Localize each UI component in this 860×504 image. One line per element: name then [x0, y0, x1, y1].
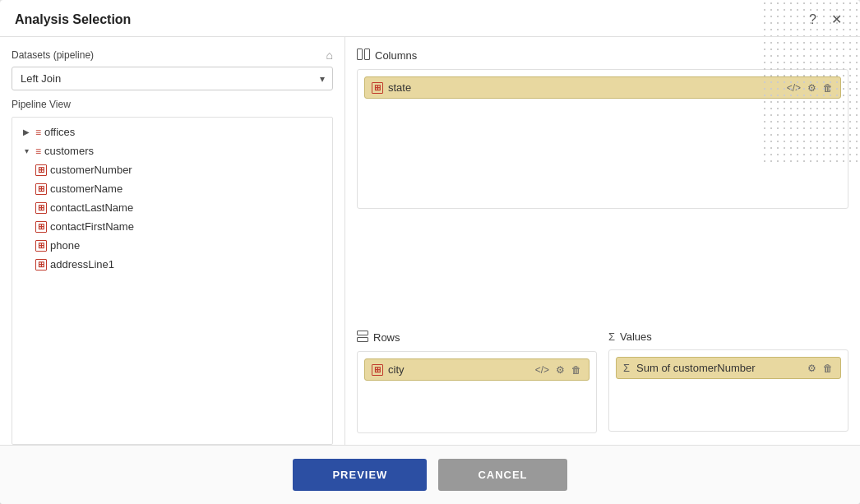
chevron-right-icon: ▶: [21, 127, 32, 136]
dropdown-wrapper: Left Join Inner Join Right Join Full Joi…: [12, 67, 333, 90]
columns-icon: [357, 49, 370, 62]
close-button[interactable]: ✕: [828, 12, 845, 28]
gear-button[interactable]: ⚙: [807, 363, 817, 374]
column-field-state: ⊞ state </> ⚙ 🗑: [364, 76, 841, 99]
analysis-selection-dialog: Analysis Selection ? ✕ Datasets (pipelin…: [0, 0, 860, 504]
values-title: Σ Values: [608, 331, 848, 343]
rows-box: ⊞ city </> ⚙ 🗑: [357, 351, 597, 433]
tree-field-contactLastName[interactable]: ⊞ contactLastName: [30, 198, 329, 217]
tree-item-name: offices: [44, 126, 75, 138]
tree-item-name: customers: [44, 145, 94, 157]
cancel-button[interactable]: CANCEL: [438, 459, 566, 491]
tree-field-phone[interactable]: ⊞ phone: [30, 236, 329, 255]
field-name: phone: [50, 239, 80, 252]
code-button[interactable]: </>: [534, 364, 550, 376]
svg-rect-1: [365, 49, 370, 60]
field-name: customerNumber: [50, 164, 132, 176]
field-icon: ⊞: [35, 259, 47, 270]
field-icon: ⊞: [35, 164, 47, 176]
rows-icon: [357, 331, 368, 344]
pipeline-label: Pipeline View: [12, 99, 333, 110]
field-icon: ⊞: [35, 240, 47, 252]
dialog-header: Analysis Selection ? ✕: [0, 0, 860, 37]
header-icons: ? ✕: [806, 12, 845, 28]
field-name: customerName: [50, 183, 123, 195]
value-field-sum-customerNumber: Σ Sum of customerNumber ⚙ 🗑: [616, 357, 841, 379]
row-field-city: ⊞ city </> ⚙ 🗑: [364, 358, 590, 381]
field-icon: ⊞: [35, 183, 47, 195]
tree-item-offices[interactable]: ▶ ≡ offices: [16, 123, 329, 141]
tree-item-customers[interactable]: ▾ ≡ customers: [16, 141, 329, 160]
sigma-icon: Σ: [608, 331, 615, 343]
svg-rect-0: [358, 49, 363, 60]
datasets-label: Datasets (pipeline) ⌂: [12, 49, 333, 62]
field-pill-name: Sum of customerNumber: [636, 362, 802, 374]
field-pill-actions: ⚙ 🗑: [807, 363, 834, 374]
values-section: Σ Values Σ Sum of customerNumber ⚙ 🗑: [608, 331, 848, 433]
sigma-field-icon: Σ: [623, 362, 630, 374]
customers-children: ⊞ customerNumber ⊞ customerName ⊞ contac…: [16, 160, 329, 274]
columns-title: Columns: [357, 49, 848, 62]
dialog-title: Analysis Selection: [15, 12, 131, 27]
trash-button[interactable]: 🗑: [822, 363, 834, 374]
field-name: contactFirstName: [50, 220, 134, 233]
bottom-sections: Rows ⊞ city </> ⚙ 🗑: [357, 331, 848, 433]
tree-field-customerNumber[interactable]: ⊞ customerNumber: [30, 160, 329, 179]
trash-button[interactable]: 🗑: [571, 364, 582, 376]
svg-rect-3: [358, 338, 368, 342]
chevron-down-icon: ▾: [21, 146, 32, 155]
field-pill-actions: </> ⚙ 🗑: [786, 82, 834, 94]
field-pill-name: state: [388, 81, 781, 94]
dialog-body: Datasets (pipeline) ⌂ Left Join Inner Jo…: [0, 37, 860, 445]
field-pill-icon: ⊞: [372, 82, 383, 94]
trash-button[interactable]: 🗑: [822, 82, 834, 94]
field-name: addressLine1: [50, 258, 114, 270]
tree-field-customerName[interactable]: ⊞ customerName: [30, 179, 329, 198]
help-button[interactable]: ?: [806, 12, 820, 28]
rows-title: Rows: [357, 331, 597, 344]
pipeline-tree: ▶ ≡ offices ▾ ≡ customers ⊞ customerNumb…: [12, 117, 333, 445]
columns-box: ⊞ state </> ⚙ 🗑: [357, 69, 848, 209]
gear-button[interactable]: ⚙: [555, 364, 566, 376]
columns-section: Columns ⊞ state </> ⚙ 🗑: [357, 49, 848, 319]
gear-button[interactable]: ⚙: [807, 82, 817, 94]
svg-rect-2: [358, 331, 368, 335]
values-box: Σ Sum of customerNumber ⚙ 🗑: [608, 349, 848, 432]
home-icon[interactable]: ⌂: [326, 49, 333, 62]
field-pill-name: city: [388, 363, 529, 376]
dialog-footer: PREVIEW CANCEL: [0, 445, 860, 504]
left-panel: Datasets (pipeline) ⌂ Left Join Inner Jo…: [0, 37, 345, 445]
table-icon: ≡: [35, 127, 41, 138]
right-panel: Columns ⊞ state </> ⚙ 🗑: [345, 37, 860, 445]
field-name: contactLastName: [50, 201, 133, 214]
field-pill-actions: </> ⚙ 🗑: [534, 364, 582, 376]
preview-button[interactable]: PREVIEW: [293, 459, 427, 491]
datasets-dropdown[interactable]: Left Join Inner Join Right Join Full Joi…: [12, 67, 333, 90]
rows-section: Rows ⊞ city </> ⚙ 🗑: [357, 331, 597, 433]
tree-field-addressLine1[interactable]: ⊞ addressLine1: [30, 255, 329, 274]
tree-field-contactFirstName[interactable]: ⊞ contactFirstName: [30, 217, 329, 236]
code-button[interactable]: </>: [786, 82, 802, 94]
table-icon: ≡: [35, 146, 41, 157]
field-icon: ⊞: [35, 202, 47, 214]
field-pill-icon: ⊞: [372, 364, 383, 376]
field-icon: ⊞: [35, 221, 47, 233]
